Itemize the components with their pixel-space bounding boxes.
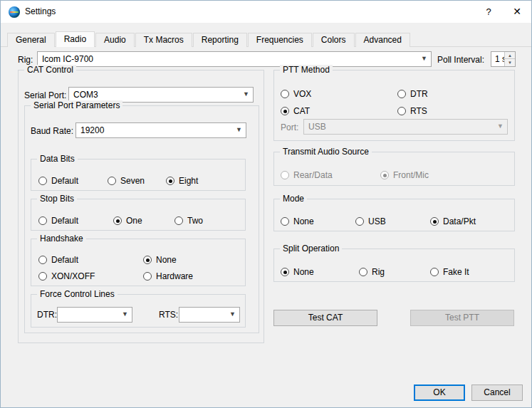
ptt-port-label: Port: (281, 122, 298, 132)
chevron-down-icon: ▼ (417, 52, 431, 66)
help-button[interactable]: ? (474, 1, 503, 23)
baud-rate-label: Baud Rate: (31, 126, 73, 136)
title-bar[interactable]: Settings ? ✕ (1, 1, 531, 23)
tab-frequencies[interactable]: Frequencies (248, 33, 312, 47)
rig-select[interactable]: Icom IC-9700 ▼ (37, 51, 432, 67)
radio-icon (174, 216, 183, 225)
radio-mode-none[interactable]: None (281, 216, 314, 227)
radio-mode-data-pkt[interactable]: Data/Pkt (430, 216, 476, 227)
spin-up-icon[interactable]: ▲ (505, 52, 515, 59)
window-title: Settings (25, 1, 56, 23)
settings-dialog: Settings ? ✕ General Radio Audio Tx Macr… (0, 0, 532, 408)
rig-value: Icom IC-9700 (42, 54, 93, 64)
radio-label: Default (51, 176, 78, 186)
radio-split-fake-it[interactable]: Fake It (430, 266, 469, 278)
radio-label: None (293, 216, 314, 226)
ok-button[interactable]: OK (414, 385, 465, 401)
app-icon (9, 6, 20, 18)
test-ptt-button: Test PTT (410, 310, 514, 326)
tab-tx-macros[interactable]: Tx Macros (135, 33, 192, 47)
serial-port-label: Serial Port: (24, 90, 66, 100)
radio-ptt-rts[interactable]: RTS (397, 105, 427, 117)
radio-label: Hardware (156, 271, 193, 281)
close-button[interactable]: ✕ (503, 1, 531, 23)
chevron-down-icon: ▼ (494, 120, 507, 134)
radio-label: Fake It (443, 267, 469, 277)
radio-icon (281, 217, 289, 226)
radio-data-bits-default[interactable]: Default (38, 175, 78, 187)
radio-label: None (293, 267, 314, 277)
radio-icon (281, 171, 289, 179)
radio-label: RTS (410, 106, 427, 116)
transmit-audio-source-title: Transmit Audio Source (280, 147, 372, 157)
radio-stop-bits-one[interactable]: One (113, 215, 142, 226)
radio-icon (38, 272, 47, 281)
radio-handshake-default[interactable]: Default (38, 254, 78, 266)
radio-stop-bits-two[interactable]: Two (174, 215, 203, 226)
radio-ptt-dtr[interactable]: DTR (397, 88, 428, 100)
cat-control-title: CAT Control (24, 65, 76, 75)
rts-label: RTS: (159, 310, 178, 320)
ptt-method-title: PTT Method (280, 65, 333, 75)
tab-general[interactable]: General (7, 33, 55, 47)
radio-rear-data: Rear/Data (281, 169, 333, 181)
radio-icon (143, 272, 152, 281)
radio-handshake-none[interactable]: None (143, 254, 177, 266)
radio-label: Data/Pkt (443, 216, 476, 226)
stop-bits-title: Stop Bits (37, 194, 77, 204)
force-control-lines-title: Force Control Lines (37, 289, 118, 299)
radio-label: One (126, 216, 142, 226)
tab-reporting[interactable]: Reporting (193, 33, 247, 47)
radio-icon (359, 268, 367, 276)
radio-icon (281, 90, 289, 98)
radio-label: CAT (293, 106, 310, 116)
radio-label: USB (368, 216, 386, 226)
cancel-button[interactable]: Cancel (471, 385, 523, 401)
radio-stop-bits-default[interactable]: Default (38, 215, 78, 226)
data-bits-title: Data Bits (37, 154, 78, 164)
dtr-select[interactable]: ▼ (57, 307, 132, 323)
spin-down-icon[interactable]: ▼ (505, 59, 515, 66)
radio-ptt-cat[interactable]: CAT (281, 105, 310, 117)
radio-split-none[interactable]: None (281, 266, 314, 278)
radio-label: Two (187, 216, 203, 226)
radio-label: XON/XOFF (51, 271, 95, 281)
dtr-label: DTR: (37, 310, 57, 320)
radio-icon (281, 268, 289, 276)
radio-label: None (156, 255, 177, 265)
radio-handshake-xon-xoff[interactable]: XON/XOFF (38, 271, 95, 282)
poll-interval-label: Poll Interval: (437, 55, 484, 65)
serial-port-value: COM3 (73, 90, 98, 100)
serial-port-parameters-title: Serial Port Parameters (31, 100, 122, 110)
radio-handshake-hardware[interactable]: Hardware (143, 271, 193, 282)
radio-icon (38, 216, 47, 225)
radio-icon (281, 107, 289, 115)
radio-ptt-vox[interactable]: VOX (281, 88, 311, 100)
radio-icon (108, 177, 116, 185)
tab-radio[interactable]: Radio (56, 31, 95, 47)
radio-icon (355, 217, 364, 226)
test-cat-button[interactable]: Test CAT (273, 310, 377, 326)
baud-rate-select[interactable]: 19200 ▼ (75, 122, 246, 138)
radio-label: Eight (179, 176, 198, 186)
mode-title: Mode (280, 194, 307, 204)
radio-label: Rear/Data (293, 170, 333, 180)
tab-bar: General Radio Audio Tx Macros Reporting … (7, 31, 411, 47)
poll-interval-spinner[interactable]: 1 s ▲ ▼ (491, 51, 516, 67)
tab-audio[interactable]: Audio (95, 33, 135, 47)
tab-colors[interactable]: Colors (313, 33, 355, 47)
radio-front-mic: Front/Mic (380, 169, 429, 181)
baud-rate-value: 19200 (80, 125, 104, 135)
radio-mode-usb[interactable]: USB (355, 216, 386, 227)
radio-icon (430, 217, 439, 226)
rts-select[interactable]: ▼ (179, 307, 240, 323)
radio-label: DTR (410, 89, 428, 99)
radio-split-rig[interactable]: Rig (359, 266, 385, 278)
radio-data-bits-seven[interactable]: Seven (108, 175, 145, 187)
radio-label: Front/Mic (393, 170, 429, 180)
tab-advanced[interactable]: Advanced (355, 33, 410, 47)
radio-data-bits-eight[interactable]: Eight (166, 175, 198, 187)
chevron-down-icon: ▼ (226, 308, 239, 322)
chevron-down-icon: ▼ (239, 88, 253, 102)
chevron-down-icon: ▼ (232, 123, 246, 137)
